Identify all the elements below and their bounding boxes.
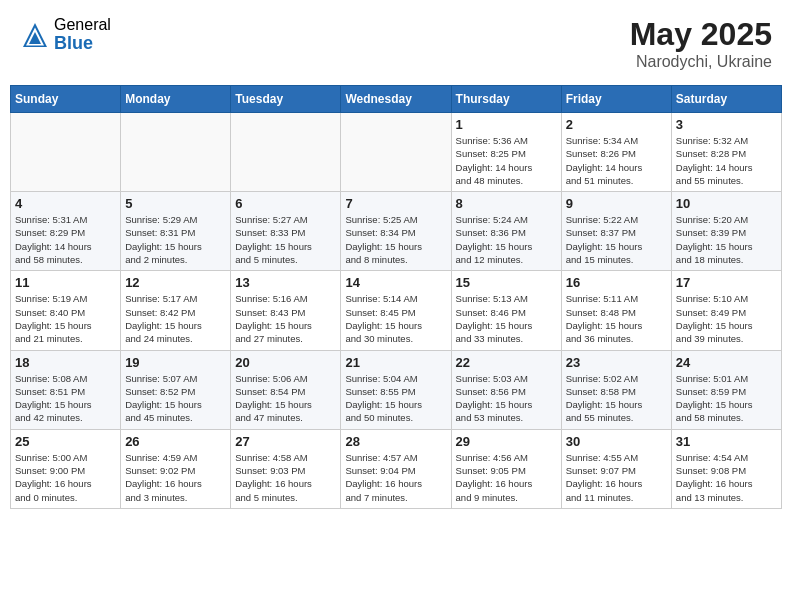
day-number: 28 [345, 434, 446, 449]
day-number: 16 [566, 275, 667, 290]
calendar-week-4: 18Sunrise: 5:08 AM Sunset: 8:51 PM Dayli… [11, 350, 782, 429]
day-number: 26 [125, 434, 226, 449]
day-number: 6 [235, 196, 336, 211]
calendar-day: 28Sunrise: 4:57 AM Sunset: 9:04 PM Dayli… [341, 429, 451, 508]
weekday-header-friday: Friday [561, 86, 671, 113]
day-detail: Sunrise: 5:36 AM Sunset: 8:25 PM Dayligh… [456, 134, 557, 187]
day-detail: Sunrise: 5:13 AM Sunset: 8:46 PM Dayligh… [456, 292, 557, 345]
month-info: May 2025 Narodychi, Ukraine [630, 16, 772, 71]
calendar-day: 21Sunrise: 5:04 AM Sunset: 8:55 PM Dayli… [341, 350, 451, 429]
logo-general: General [54, 16, 111, 34]
calendar-day: 14Sunrise: 5:14 AM Sunset: 8:45 PM Dayli… [341, 271, 451, 350]
day-detail: Sunrise: 5:22 AM Sunset: 8:37 PM Dayligh… [566, 213, 667, 266]
calendar-day: 10Sunrise: 5:20 AM Sunset: 8:39 PM Dayli… [671, 192, 781, 271]
day-number: 31 [676, 434, 777, 449]
day-number: 27 [235, 434, 336, 449]
day-detail: Sunrise: 5:00 AM Sunset: 9:00 PM Dayligh… [15, 451, 116, 504]
day-detail: Sunrise: 5:34 AM Sunset: 8:26 PM Dayligh… [566, 134, 667, 187]
day-number: 18 [15, 355, 116, 370]
day-detail: Sunrise: 5:16 AM Sunset: 8:43 PM Dayligh… [235, 292, 336, 345]
day-number: 24 [676, 355, 777, 370]
weekday-header-saturday: Saturday [671, 86, 781, 113]
day-detail: Sunrise: 5:08 AM Sunset: 8:51 PM Dayligh… [15, 372, 116, 425]
calendar-day: 3Sunrise: 5:32 AM Sunset: 8:28 PM Daylig… [671, 113, 781, 192]
day-number: 21 [345, 355, 446, 370]
logo-blue: Blue [54, 34, 111, 54]
calendar-day: 19Sunrise: 5:07 AM Sunset: 8:52 PM Dayli… [121, 350, 231, 429]
day-number: 22 [456, 355, 557, 370]
calendar-day: 20Sunrise: 5:06 AM Sunset: 8:54 PM Dayli… [231, 350, 341, 429]
calendar-week-2: 4Sunrise: 5:31 AM Sunset: 8:29 PM Daylig… [11, 192, 782, 271]
calendar-day: 25Sunrise: 5:00 AM Sunset: 9:00 PM Dayli… [11, 429, 121, 508]
day-number: 25 [15, 434, 116, 449]
day-number: 13 [235, 275, 336, 290]
calendar-day [231, 113, 341, 192]
calendar-day: 1Sunrise: 5:36 AM Sunset: 8:25 PM Daylig… [451, 113, 561, 192]
day-detail: Sunrise: 5:29 AM Sunset: 8:31 PM Dayligh… [125, 213, 226, 266]
calendar-day [121, 113, 231, 192]
calendar-day: 6Sunrise: 5:27 AM Sunset: 8:33 PM Daylig… [231, 192, 341, 271]
calendar-day: 15Sunrise: 5:13 AM Sunset: 8:46 PM Dayli… [451, 271, 561, 350]
weekday-header-thursday: Thursday [451, 86, 561, 113]
calendar-week-1: 1Sunrise: 5:36 AM Sunset: 8:25 PM Daylig… [11, 113, 782, 192]
calendar-table: SundayMondayTuesdayWednesdayThursdayFrid… [10, 85, 782, 509]
calendar-day: 24Sunrise: 5:01 AM Sunset: 8:59 PM Dayli… [671, 350, 781, 429]
calendar-day: 18Sunrise: 5:08 AM Sunset: 8:51 PM Dayli… [11, 350, 121, 429]
weekday-header-sunday: Sunday [11, 86, 121, 113]
logo: General Blue [20, 16, 111, 53]
day-detail: Sunrise: 5:03 AM Sunset: 8:56 PM Dayligh… [456, 372, 557, 425]
day-detail: Sunrise: 5:02 AM Sunset: 8:58 PM Dayligh… [566, 372, 667, 425]
day-detail: Sunrise: 5:07 AM Sunset: 8:52 PM Dayligh… [125, 372, 226, 425]
day-detail: Sunrise: 5:24 AM Sunset: 8:36 PM Dayligh… [456, 213, 557, 266]
calendar-day: 9Sunrise: 5:22 AM Sunset: 8:37 PM Daylig… [561, 192, 671, 271]
day-number: 5 [125, 196, 226, 211]
weekday-header-monday: Monday [121, 86, 231, 113]
day-number: 14 [345, 275, 446, 290]
calendar-day: 26Sunrise: 4:59 AM Sunset: 9:02 PM Dayli… [121, 429, 231, 508]
calendar-day [11, 113, 121, 192]
day-number: 17 [676, 275, 777, 290]
calendar-day: 2Sunrise: 5:34 AM Sunset: 8:26 PM Daylig… [561, 113, 671, 192]
calendar-day: 7Sunrise: 5:25 AM Sunset: 8:34 PM Daylig… [341, 192, 451, 271]
day-number: 9 [566, 196, 667, 211]
weekday-header-tuesday: Tuesday [231, 86, 341, 113]
calendar-day: 23Sunrise: 5:02 AM Sunset: 8:58 PM Dayli… [561, 350, 671, 429]
calendar-week-3: 11Sunrise: 5:19 AM Sunset: 8:40 PM Dayli… [11, 271, 782, 350]
day-detail: Sunrise: 5:10 AM Sunset: 8:49 PM Dayligh… [676, 292, 777, 345]
day-detail: Sunrise: 4:56 AM Sunset: 9:05 PM Dayligh… [456, 451, 557, 504]
day-detail: Sunrise: 5:27 AM Sunset: 8:33 PM Dayligh… [235, 213, 336, 266]
logo-text: General Blue [54, 16, 111, 53]
calendar-week-5: 25Sunrise: 5:00 AM Sunset: 9:00 PM Dayli… [11, 429, 782, 508]
day-number: 12 [125, 275, 226, 290]
calendar-day: 8Sunrise: 5:24 AM Sunset: 8:36 PM Daylig… [451, 192, 561, 271]
day-detail: Sunrise: 5:19 AM Sunset: 8:40 PM Dayligh… [15, 292, 116, 345]
calendar-day: 22Sunrise: 5:03 AM Sunset: 8:56 PM Dayli… [451, 350, 561, 429]
day-detail: Sunrise: 4:59 AM Sunset: 9:02 PM Dayligh… [125, 451, 226, 504]
day-number: 4 [15, 196, 116, 211]
day-number: 15 [456, 275, 557, 290]
day-number: 11 [15, 275, 116, 290]
day-number: 30 [566, 434, 667, 449]
calendar-day: 5Sunrise: 5:29 AM Sunset: 8:31 PM Daylig… [121, 192, 231, 271]
calendar-day: 13Sunrise: 5:16 AM Sunset: 8:43 PM Dayli… [231, 271, 341, 350]
day-detail: Sunrise: 4:57 AM Sunset: 9:04 PM Dayligh… [345, 451, 446, 504]
page-header: General Blue May 2025 Narodychi, Ukraine [10, 10, 782, 77]
calendar-day: 30Sunrise: 4:55 AM Sunset: 9:07 PM Dayli… [561, 429, 671, 508]
day-number: 10 [676, 196, 777, 211]
day-detail: Sunrise: 5:14 AM Sunset: 8:45 PM Dayligh… [345, 292, 446, 345]
day-detail: Sunrise: 5:32 AM Sunset: 8:28 PM Dayligh… [676, 134, 777, 187]
day-detail: Sunrise: 5:04 AM Sunset: 8:55 PM Dayligh… [345, 372, 446, 425]
calendar-day: 31Sunrise: 4:54 AM Sunset: 9:08 PM Dayli… [671, 429, 781, 508]
month-title: May 2025 [630, 16, 772, 53]
day-detail: Sunrise: 5:11 AM Sunset: 8:48 PM Dayligh… [566, 292, 667, 345]
day-number: 2 [566, 117, 667, 132]
calendar-day: 12Sunrise: 5:17 AM Sunset: 8:42 PM Dayli… [121, 271, 231, 350]
day-number: 20 [235, 355, 336, 370]
day-detail: Sunrise: 4:55 AM Sunset: 9:07 PM Dayligh… [566, 451, 667, 504]
location-subtitle: Narodychi, Ukraine [630, 53, 772, 71]
calendar-day: 4Sunrise: 5:31 AM Sunset: 8:29 PM Daylig… [11, 192, 121, 271]
day-detail: Sunrise: 5:31 AM Sunset: 8:29 PM Dayligh… [15, 213, 116, 266]
weekday-header-row: SundayMondayTuesdayWednesdayThursdayFrid… [11, 86, 782, 113]
day-detail: Sunrise: 5:20 AM Sunset: 8:39 PM Dayligh… [676, 213, 777, 266]
weekday-header-wednesday: Wednesday [341, 86, 451, 113]
